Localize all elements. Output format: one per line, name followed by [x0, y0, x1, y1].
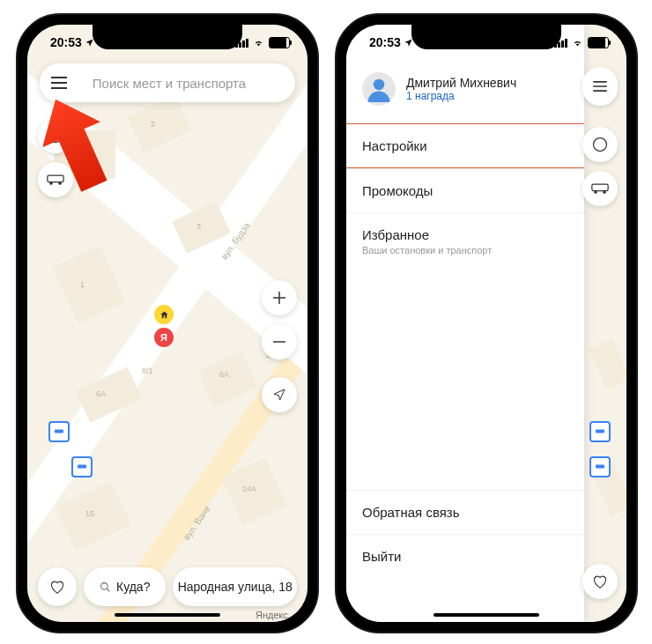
svg-point-7 — [594, 138, 607, 152]
menu-item-promocodes[interactable]: Промокоды — [346, 168, 584, 212]
menu-item-logout[interactable]: Выйти — [346, 534, 584, 578]
compass-icon — [272, 388, 286, 402]
zoom-out-button[interactable] — [262, 324, 297, 359]
phone-frame-right: Дмитрий Михневич 1 награда Настройки Про… — [335, 13, 638, 633]
bus-icon — [595, 428, 605, 435]
wifi-icon — [571, 38, 584, 48]
bus-stop-marker[interactable] — [589, 421, 611, 442]
minus-icon — [272, 335, 286, 349]
menu-item-favorites[interactable]: Избранное Ваши остановки и транспорт — [346, 212, 584, 270]
svg-point-10 — [603, 191, 605, 194]
heart-icon — [49, 580, 65, 594]
bus-stop-marker[interactable] — [48, 421, 70, 442]
callout-arrow — [43, 95, 122, 192]
side-menu: Дмитрий Михневич 1 награда Настройки Про… — [346, 25, 584, 622]
hamburger-icon — [593, 81, 607, 92]
svg-point-6 — [101, 582, 108, 589]
bus-stop-marker[interactable] — [589, 456, 611, 477]
user-icon — [366, 76, 392, 102]
plus-icon — [272, 291, 286, 305]
bus-icon — [595, 463, 605, 470]
search-placeholder: Поиск мест и транспорта — [78, 76, 295, 91]
brand-label: Яндекс — [256, 610, 288, 620]
layers-button[interactable] — [582, 127, 618, 162]
locate-button[interactable] — [262, 377, 297, 412]
address-chip[interactable]: Народная улица, 18 — [173, 567, 297, 606]
zoom-in-button[interactable] — [262, 280, 297, 315]
marker-home[interactable] — [154, 305, 174, 324]
svg-rect-4 — [55, 430, 63, 433]
favorites-button[interactable] — [38, 567, 77, 606]
wifi-icon — [252, 38, 265, 48]
bus-icon — [591, 183, 609, 194]
svg-rect-11 — [596, 430, 604, 433]
home-indicator — [433, 613, 539, 617]
phone-frame-left: вул. Будза вул. Ване 4 2 1 3 6A 8/1 6A 1… — [16, 13, 319, 633]
circle-outline-icon — [591, 136, 609, 153]
svg-rect-12 — [596, 465, 604, 469]
profile-awards[interactable]: 1 награда — [406, 90, 516, 102]
home-indicator — [115, 613, 220, 617]
svg-point-13 — [374, 79, 385, 91]
bus-icon — [54, 428, 64, 435]
where-label: Куда? — [116, 580, 150, 594]
transport-button[interactable] — [582, 171, 618, 206]
battery-icon — [588, 37, 609, 48]
svg-rect-5 — [78, 465, 86, 469]
where-to-button[interactable]: Куда? — [84, 567, 166, 606]
svg-rect-8 — [592, 184, 608, 191]
search-icon — [100, 581, 111, 593]
heart-icon — [592, 574, 608, 588]
avatar — [362, 72, 396, 106]
profile-name: Дмитрий Михневич — [406, 76, 516, 90]
home-icon — [159, 310, 169, 320]
menu-item-favorites-sub: Ваши остановки и транспорт — [362, 245, 568, 255]
menu-item-settings[interactable]: Настройки — [346, 123, 584, 168]
svg-point-9 — [594, 191, 596, 194]
marker-yandex[interactable]: Я — [154, 328, 174, 347]
hamburger-icon — [51, 77, 67, 89]
battery-icon — [269, 37, 290, 48]
status-time: 20:53 — [369, 35, 401, 49]
bus-stop-marker[interactable] — [71, 456, 93, 477]
street-label: вул. Ване — [182, 504, 212, 542]
favorites-button[interactable] — [582, 564, 618, 599]
status-time: 20:53 — [50, 35, 82, 49]
menu-button[interactable] — [582, 67, 618, 106]
menu-item-feedback[interactable]: Обратная связь — [346, 490, 584, 534]
bus-icon — [77, 463, 87, 470]
